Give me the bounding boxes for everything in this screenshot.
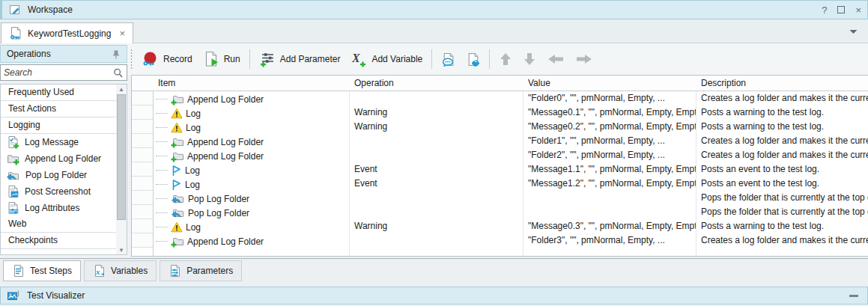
operation-item-post-screenshot[interactable]: Post Screenshot	[1, 183, 127, 200]
category-logging[interactable]: Logging	[1, 117, 127, 134]
tab-parameters[interactable]: Parameters	[160, 260, 242, 281]
description-cell[interactable]: Creates a log folder and makes it the cu…	[696, 148, 868, 162]
table-row[interactable]: Append Log Folder"Folder3", "", pmNormal…	[132, 233, 868, 248]
value-cell[interactable]	[523, 191, 696, 205]
tab-list-dropdown-icon[interactable]	[849, 29, 858, 34]
tab-test-steps[interactable]: Test Steps	[3, 260, 81, 281]
category-checkpoints[interactable]: Checkpoints	[1, 233, 127, 249]
column-header-item[interactable]: Item	[153, 76, 349, 91]
description-cell[interactable]: Pops the folder that is currently at the…	[696, 191, 868, 205]
add-variable-button[interactable]: XAdd Variable	[345, 49, 428, 70]
set-label-button[interactable]	[461, 49, 485, 70]
row-gutter[interactable]	[132, 177, 153, 191]
close-button[interactable]: ×	[855, 5, 861, 15]
operation-cell[interactable]	[349, 233, 523, 248]
item-cell[interactable]: Log	[153, 162, 349, 177]
move-down-button[interactable]	[518, 49, 541, 70]
move-right-button[interactable]	[570, 50, 598, 68]
value-cell[interactable]: "Message1.1", "", pmNormal, Empty, Empt.…	[523, 162, 696, 177]
item-cell[interactable]: Append Log Folder	[153, 233, 349, 248]
scrollbar-thumb[interactable]	[117, 94, 126, 220]
value-cell[interactable]	[523, 205, 696, 219]
value-cell[interactable]: "Message0.2", "", pmNormal, Empty, Empt.…	[523, 120, 696, 134]
table-row[interactable]: LogWarning"Message0.1", "", pmNormal, Em…	[132, 105, 868, 120]
search-input[interactable]	[4, 67, 112, 78]
table-row[interactable]: Append Log Folder"Folder0", "", pmNormal…	[132, 91, 868, 105]
visualizer-minimize-icon[interactable]	[849, 295, 858, 297]
row-gutter[interactable]	[132, 162, 153, 177]
record-button[interactable]: Record	[136, 49, 198, 70]
operation-cell[interactable]: Warning	[349, 219, 523, 233]
item-cell[interactable]: Append Log Folder	[153, 91, 349, 105]
item-cell[interactable]: Log	[153, 120, 349, 134]
value-cell[interactable]: "Folder2", "", pmNormal, Empty, ...	[523, 148, 696, 162]
tab-keyword-test-logging[interactable]: KeywordTestLogging ×	[1, 22, 133, 43]
value-cell[interactable]: "Folder1", "", pmNormal, Empty, ...	[523, 134, 696, 148]
description-cell[interactable]: Posts an event to the test log.	[696, 162, 868, 177]
operation-cell[interactable]	[349, 205, 523, 219]
description-cell[interactable]: Pops the folder that is currently at the…	[696, 205, 868, 219]
item-cell[interactable]: Pop Log Folder	[153, 191, 349, 205]
set-description-button[interactable]	[436, 49, 461, 70]
value-cell[interactable]: "Message0.1", "", pmNormal, Empty, Empt.…	[523, 105, 696, 120]
search-icon[interactable]	[112, 67, 124, 79]
operation-cell[interactable]	[349, 148, 523, 162]
table-row[interactable]: LogWarning"Message0.2", "", pmNormal, Em…	[132, 120, 868, 134]
item-cell[interactable]: Pop Log Folder	[153, 205, 349, 219]
description-cell[interactable]: Creates a log folder and makes it the cu…	[696, 134, 868, 148]
operation-item-log-message[interactable]: Log Message	[1, 134, 127, 150]
move-up-button[interactable]	[494, 49, 518, 70]
table-row[interactable]: Pop Log FolderPops the folder that is cu…	[132, 205, 868, 219]
operation-cell[interactable]: Warning	[349, 120, 523, 134]
operations-scrollbar[interactable]: ▲ ▼	[116, 85, 127, 254]
tab-close-icon[interactable]: ×	[119, 28, 125, 39]
pin-icon[interactable]	[112, 49, 121, 59]
tab-variables[interactable]: xVariables	[84, 260, 157, 281]
scroll-up-icon[interactable]: ▲	[116, 85, 127, 94]
column-header-description[interactable]: Description	[696, 76, 868, 91]
operation-cell[interactable]: Event	[349, 177, 523, 191]
item-cell[interactable]: Append Log Folder	[153, 148, 349, 162]
toolbar-drag-handle[interactable]	[130, 49, 133, 69]
column-header-operation[interactable]: Operation	[349, 76, 523, 91]
row-gutter[interactable]	[132, 120, 153, 134]
value-cell[interactable]: "Folder3", "", pmNormal, Empty, ...	[523, 233, 696, 248]
row-gutter[interactable]	[132, 233, 153, 248]
category-frequently-used[interactable]: Frequently Used	[1, 85, 127, 101]
row-gutter[interactable]	[132, 205, 153, 219]
add-parameter-button[interactable]: Add Parameter	[254, 49, 346, 70]
table-row[interactable]: LogWarning"Message0.3", "", pmNormal, Em…	[132, 219, 868, 233]
description-cell[interactable]: Posts a warning to the test log.	[696, 105, 868, 120]
operation-cell[interactable]	[349, 91, 523, 105]
category-web[interactable]: Web	[1, 216, 127, 233]
description-cell[interactable]: Posts an event to the test log.	[696, 177, 868, 191]
item-cell[interactable]: Log	[153, 219, 349, 233]
value-cell[interactable]: "Folder0", "", pmNormal, Empty, ...	[523, 91, 696, 105]
item-cell[interactable]: Log	[153, 177, 349, 191]
table-row[interactable]: LogEvent"Message1.2", "", pmNormal, Empt…	[132, 177, 868, 191]
help-button[interactable]: ?	[822, 5, 827, 15]
table-row[interactable]: Pop Log FolderPops the folder that is cu…	[132, 191, 868, 205]
operation-cell[interactable]	[349, 134, 523, 148]
operation-cell[interactable]: Event	[349, 162, 523, 177]
value-cell[interactable]: "Message1.2", "", pmNormal, Empty, Empt.…	[523, 177, 696, 191]
description-cell[interactable]: Posts a warning to the test log.	[696, 219, 868, 233]
operation-item-append-log-folder[interactable]: Append Log Folder	[1, 150, 127, 167]
operation-cell[interactable]	[349, 191, 523, 205]
description-cell[interactable]: Creates a log folder and makes it the cu…	[696, 233, 868, 248]
row-gutter[interactable]	[132, 91, 153, 105]
item-cell[interactable]: Log	[153, 105, 349, 120]
operation-item-pop-log-folder[interactable]: Pop Log Folder	[1, 167, 127, 183]
run-button[interactable]: Run	[198, 48, 246, 70]
move-left-button[interactable]	[541, 50, 570, 68]
table-row[interactable]: Append Log Folder"Folder2", "", pmNormal…	[132, 148, 868, 162]
value-cell[interactable]: "Message0.3", "", pmNormal, Empty, Empt.…	[523, 219, 696, 233]
scroll-down-icon[interactable]: ▼	[116, 245, 127, 254]
row-gutter[interactable]	[132, 191, 153, 205]
item-cell[interactable]: Append Log Folder	[153, 134, 349, 148]
test-visualizer-bar[interactable]: Test Visualizer	[0, 287, 868, 305]
row-gutter[interactable]	[132, 134, 153, 148]
row-gutter[interactable]	[132, 148, 153, 162]
column-header-value[interactable]: Value	[523, 76, 696, 91]
operation-item-log-attributes[interactable]: Log Attributes	[1, 200, 127, 216]
